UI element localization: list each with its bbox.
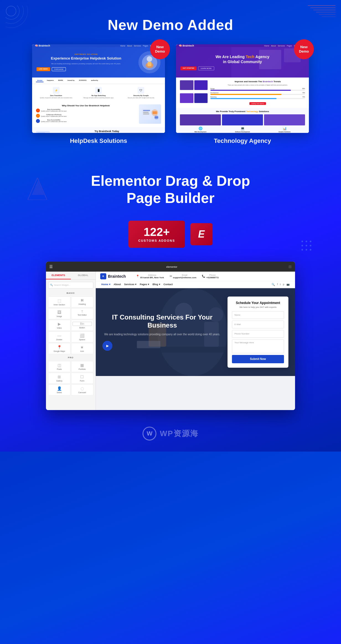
tech-card[interactable]: New Demo 🧠 Braintech Home About Services… [176,44,309,133]
pinterest-icon[interactable]: p [283,283,284,286]
widget-slides[interactable]: 👤 Slides [48,384,71,395]
sidebar-pro-title: PRO [46,355,95,360]
helpdesk-card[interactable]: New Demo 🧠 Braintech Home About Services… [32,44,165,133]
hd-hero-btns: LIVE DEMO PURCHASE [37,67,136,71]
customs-label: CUSTOMS ADDONS [138,239,175,242]
hd-hero-subtitle: SOFTWARE SOLUTION [37,53,136,55]
svg-point-38 [310,245,311,246]
svg-rect-22 [37,132,45,133]
button-icon: Btn [73,322,92,326]
canvas-topbar: B Braintech 📍 Address 05 kandi BR, New Y… [96,272,295,281]
builder-main: ELEMENTS GLOBAL 🔍 Search Widget... BASIC… [46,272,295,410]
widget-form[interactable]: ☐ Form [71,373,94,384]
hd-btn-demo[interactable]: LIVE DEMO [37,67,50,71]
grid-icon[interactable]: ⊞ [288,264,292,269]
elementor-customs-badge: 122+ CUSTOMS ADDONS [128,221,185,248]
hd-feature-1: ⚡ Zero Transition Quickly respond to all… [36,87,76,99]
svg-marker-32 [32,181,44,195]
canvas-appointment-form: Schedule Your Appointment We here to hel… [228,297,288,368]
widget-icon[interactable]: ★ Icon [71,343,94,354]
new-demo-section: New Demo Added New Demo 🧠 Braintech Home [0,0,341,156]
widget-posts[interactable]: ◫ Posts [48,361,71,372]
widget-video[interactable]: ▶ Video [48,320,71,331]
canvas-search-icon[interactable]: 🔍 [272,283,275,286]
canvas-nav-wrapper: Home ▾ About Services ▾ Pages ▾ Blog ▾ C… [96,281,295,288]
widget-inner-section[interactable]: ⬚ Inner Section [48,297,71,308]
sidebar-tabs: ELEMENTS GLOBAL [46,272,95,280]
widget-button[interactable]: Btn Button [71,320,94,331]
hd-feature-3: 🛡 Security By Google Secure your data wi… [121,87,161,99]
hd-btn-purchase[interactable]: PURCHASE [52,67,66,71]
canvas-nav-actions: 🔍 f t p 📷 [272,283,290,286]
ta-hero: We Are Leading Tech Agencyin Global Comm… [176,47,309,78]
hd-nav-bar: design happens MARK brand by SCROICE aut… [32,78,165,84]
widget-google-maps[interactable]: 📍 Google Maps [48,343,71,354]
icon-widget-icon: ★ [73,345,92,349]
ta-btn-learn[interactable]: LEARN MORE [198,66,214,70]
svg-point-33 [301,241,303,242]
form-email-field[interactable]: E-Mail [232,321,284,328]
canvas-topbar-info: 📍 Address 05 kandi BR, New York ✉ [136,274,219,279]
hd-why: Why Should You Use Our Braintech Helpdes… [32,102,165,127]
widget-text-editor[interactable]: T Text Editor [71,308,94,319]
builder-sidebar: ELEMENTS GLOBAL 🔍 Search Widget... BASIC… [46,272,96,410]
elementor-builder-screenshot: ☰ elementor ⊞ ELEMENTS GLOBAL 🔍 Search W… [46,262,295,410]
inner-section-icon: ⬚ [50,298,69,303]
elementor-badges-row: 122+ CUSTOMS ADDONS E [22,221,319,248]
svg-point-35 [310,241,311,242]
hd-nav: 🧠 Braintech Home About Services Pages Bl… [32,44,165,47]
helpdesk-label: HelpDesk Solutions [70,137,127,145]
tech-label: Technology Agency [214,137,271,145]
instagram-icon[interactable]: 📷 [286,283,290,286]
hd-hero: SOFTWARE SOLUTION Experience Enterprise … [32,47,165,78]
portfolio-icon: ▦ [73,363,92,367]
hd-feature-2: 📱 No App Switching Manage all tasks with… [78,87,118,99]
widget-image[interactable]: 🖼 Image [48,308,71,319]
hd-cta: Try BrainDesk Today Drop a line to our c… [32,127,165,133]
form-message-field[interactable]: Your Message Here [232,339,284,353]
widget-portfolio[interactable]: ▦ Portfolio [71,361,94,372]
logo-icon: B [100,273,106,279]
sidebar-search[interactable]: 🔍 Search Widget... [48,282,93,288]
form-name-field[interactable]: Name [232,311,284,319]
twitter-icon[interactable]: t [280,283,281,286]
deco-triangle-left-inner [32,181,44,196]
ta-improve: Improve and Innovate The Braintech Trend… [176,78,309,108]
widget-carousel[interactable]: ◌ Carousel [71,384,94,395]
elementor-section: Elementor Drag & Drop Page Builder 122+ … [0,156,341,421]
svg-rect-18 [153,111,157,114]
canvas-main-nav: Home ▾ About Services ▾ Pages ▾ Blog ▾ C… [101,283,173,286]
demo-cards-row: New Demo 🧠 Braintech Home About Services… [22,44,319,145]
canvas-header: B Braintech 📍 Address 05 kandi BR, New Y… [96,272,295,288]
image-icon: 🖼 [50,310,69,315]
carousel-icon: ◌ [73,386,92,391]
widget-heading[interactable]: H Heading [71,297,94,308]
form-subtitle: We here to help you 24/7 with experts [232,306,284,308]
widget-spacer[interactable]: ⬜ Spacer [71,331,94,342]
email-icon: ✉ [170,275,172,278]
builder-canvas: B Braintech 📍 Address 05 kandi BR, New Y… [96,272,295,410]
form-submit-btn[interactable]: Submit Now [232,355,284,363]
svg-point-39 [301,249,303,251]
address-icon: 📍 [136,275,139,278]
tech-screenshot: 🧠 Braintech Home About Services Pages Bl… [176,44,309,133]
form-icon: ☐ [73,375,92,379]
svg-rect-14 [143,110,150,111]
hd-hero-desc: We are leading technology solutions prov… [37,63,136,65]
sidebar-basic-title: BASIC [46,291,95,295]
watermark-section: W WP资源海 [0,421,341,452]
canvas-play-btn[interactable]: ▶ [102,341,112,351]
gallery-icon: ⊞ [50,375,69,379]
hamburger-icon[interactable]: ☰ [49,264,53,269]
tab-elements[interactable]: ELEMENTS [46,272,71,279]
form-phone-field[interactable]: Phone Number [232,330,284,338]
widget-divider[interactable]: — Divider [48,331,71,342]
svg-point-36 [301,245,303,246]
svg-point-41 [310,249,311,251]
widget-gallery[interactable]: ⊞ Gallery [48,373,71,384]
ta-btn-started[interactable]: GET STARTED [180,66,197,70]
facebook-icon[interactable]: f [277,283,278,286]
canvas-hero-left: IT Consulting Services For Your Business… [102,313,222,351]
tab-global[interactable]: GLOBAL [71,272,96,279]
hd-hero-text: SOFTWARE SOLUTION Experience Enterprise … [37,53,136,71]
